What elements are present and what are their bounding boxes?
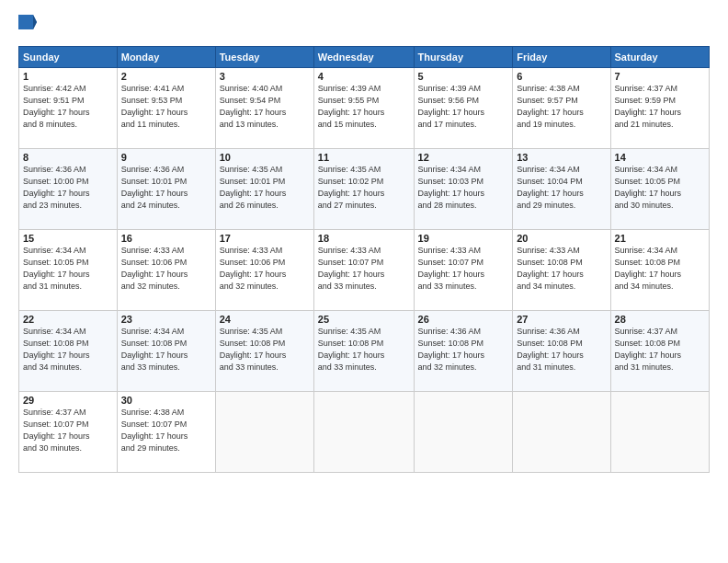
day-info: Sunrise: 4:33 AM Sunset: 10:06 PM Daylig… [121, 245, 211, 293]
calendar-cell: 25Sunrise: 4:35 AM Sunset: 10:08 PM Dayl… [313, 311, 414, 392]
day-info: Sunrise: 4:37 AM Sunset: 9:59 PM Dayligh… [615, 83, 705, 131]
day-info: Sunrise: 4:34 AM Sunset: 10:08 PM Daylig… [121, 326, 211, 373]
calendar-week: 8Sunrise: 4:36 AM Sunset: 10:00 PM Dayli… [19, 149, 710, 230]
day-info: Sunrise: 4:39 AM Sunset: 9:55 PM Dayligh… [318, 83, 410, 131]
calendar-cell: 27Sunrise: 4:36 AM Sunset: 10:08 PM Dayl… [513, 311, 610, 392]
day-info: Sunrise: 4:33 AM Sunset: 10:07 PM Daylig… [318, 245, 410, 293]
header [18, 15, 710, 37]
day-info: Sunrise: 4:34 AM Sunset: 10:08 PM Daylig… [615, 245, 705, 293]
calendar-cell: 24Sunrise: 4:35 AM Sunset: 10:08 PM Dayl… [215, 311, 313, 392]
calendar-cell: 17Sunrise: 4:33 AM Sunset: 10:06 PM Dayl… [215, 230, 313, 311]
day-number: 24 [220, 314, 310, 325]
calendar-cell: 15Sunrise: 4:34 AM Sunset: 10:05 PM Dayl… [19, 230, 118, 311]
day-info: Sunrise: 4:35 AM Sunset: 10:01 PM Daylig… [220, 164, 310, 212]
calendar-cell: 29Sunrise: 4:37 AM Sunset: 10:07 PM Dayl… [19, 392, 118, 473]
day-number: 30 [121, 395, 211, 406]
day-info: Sunrise: 4:34 AM Sunset: 10:08 PM Daylig… [23, 326, 113, 373]
header-day: Thursday [414, 47, 513, 68]
calendar-cell: 9Sunrise: 4:36 AM Sunset: 10:01 PM Dayli… [117, 149, 215, 230]
day-info: Sunrise: 4:33 AM Sunset: 10:06 PM Daylig… [220, 245, 310, 293]
calendar-cell: 13Sunrise: 4:34 AM Sunset: 10:04 PM Dayl… [513, 149, 610, 230]
day-info: Sunrise: 4:37 AM Sunset: 10:07 PM Daylig… [23, 407, 113, 454]
day-number: 4 [318, 71, 410, 82]
header-day: Monday [117, 47, 215, 68]
day-number: 7 [615, 71, 705, 82]
day-number: 13 [517, 152, 606, 163]
calendar-cell: 21Sunrise: 4:34 AM Sunset: 10:08 PM Dayl… [610, 230, 709, 311]
calendar: SundayMondayTuesdayWednesdayThursdayFrid… [18, 46, 710, 473]
day-number: 3 [220, 71, 310, 82]
day-info: Sunrise: 4:35 AM Sunset: 10:08 PM Daylig… [318, 326, 410, 373]
calendar-cell [610, 392, 709, 473]
calendar-cell [215, 392, 313, 473]
day-number: 19 [418, 233, 509, 244]
calendar-cell: 19Sunrise: 4:33 AM Sunset: 10:07 PM Dayl… [414, 230, 513, 311]
calendar-cell: 30Sunrise: 4:38 AM Sunset: 10:07 PM Dayl… [117, 392, 215, 473]
day-info: Sunrise: 4:37 AM Sunset: 10:08 PM Daylig… [615, 326, 705, 373]
day-number: 27 [517, 314, 606, 325]
day-info: Sunrise: 4:33 AM Sunset: 10:08 PM Daylig… [517, 245, 606, 293]
day-info: Sunrise: 4:35 AM Sunset: 10:02 PM Daylig… [318, 164, 410, 212]
header-day: Saturday [610, 47, 709, 68]
calendar-week: 1Sunrise: 4:42 AM Sunset: 9:51 PM Daylig… [19, 68, 710, 149]
day-number: 6 [517, 71, 606, 82]
day-info: Sunrise: 4:36 AM Sunset: 10:01 PM Daylig… [121, 164, 211, 212]
logo-icon [18, 15, 37, 37]
calendar-cell: 3Sunrise: 4:40 AM Sunset: 9:54 PM Daylig… [215, 68, 313, 149]
header-day: Friday [513, 47, 610, 68]
calendar-cell [313, 392, 414, 473]
calendar-cell: 23Sunrise: 4:34 AM Sunset: 10:08 PM Dayl… [117, 311, 215, 392]
header-day: Wednesday [313, 47, 414, 68]
header-day: Tuesday [215, 47, 313, 68]
calendar-cell: 28Sunrise: 4:37 AM Sunset: 10:08 PM Dayl… [610, 311, 709, 392]
calendar-cell: 6Sunrise: 4:38 AM Sunset: 9:57 PM Daylig… [513, 68, 610, 149]
day-number: 16 [121, 233, 211, 244]
calendar-cell: 16Sunrise: 4:33 AM Sunset: 10:06 PM Dayl… [117, 230, 215, 311]
day-info: Sunrise: 4:42 AM Sunset: 9:51 PM Dayligh… [23, 83, 113, 131]
day-info: Sunrise: 4:38 AM Sunset: 10:07 PM Daylig… [121, 407, 211, 454]
day-number: 1 [23, 71, 113, 82]
calendar-cell: 4Sunrise: 4:39 AM Sunset: 9:55 PM Daylig… [313, 68, 414, 149]
calendar-week: 22Sunrise: 4:34 AM Sunset: 10:08 PM Dayl… [19, 311, 710, 392]
day-info: Sunrise: 4:41 AM Sunset: 9:53 PM Dayligh… [121, 83, 211, 131]
logo [18, 15, 40, 37]
calendar-cell: 5Sunrise: 4:39 AM Sunset: 9:56 PM Daylig… [414, 68, 513, 149]
calendar-cell: 2Sunrise: 4:41 AM Sunset: 9:53 PM Daylig… [117, 68, 215, 149]
day-number: 20 [517, 233, 606, 244]
day-info: Sunrise: 4:36 AM Sunset: 10:08 PM Daylig… [517, 326, 606, 373]
day-number: 22 [23, 314, 113, 325]
day-info: Sunrise: 4:34 AM Sunset: 10:04 PM Daylig… [517, 164, 606, 212]
calendar-cell: 10Sunrise: 4:35 AM Sunset: 10:01 PM Dayl… [215, 149, 313, 230]
day-number: 25 [318, 314, 410, 325]
calendar-cell: 7Sunrise: 4:37 AM Sunset: 9:59 PM Daylig… [610, 68, 709, 149]
day-number: 18 [318, 233, 410, 244]
day-number: 28 [615, 314, 705, 325]
header-row: SundayMondayTuesdayWednesdayThursdayFrid… [19, 47, 710, 68]
day-number: 12 [418, 152, 509, 163]
day-info: Sunrise: 4:34 AM Sunset: 10:03 PM Daylig… [418, 164, 509, 212]
day-info: Sunrise: 4:34 AM Sunset: 10:05 PM Daylig… [23, 245, 113, 293]
day-number: 8 [23, 152, 113, 163]
calendar-cell: 12Sunrise: 4:34 AM Sunset: 10:03 PM Dayl… [414, 149, 513, 230]
day-number: 29 [23, 395, 113, 406]
calendar-cell: 8Sunrise: 4:36 AM Sunset: 10:00 PM Dayli… [19, 149, 118, 230]
day-number: 23 [121, 314, 211, 325]
calendar-cell: 11Sunrise: 4:35 AM Sunset: 10:02 PM Dayl… [313, 149, 414, 230]
day-info: Sunrise: 4:36 AM Sunset: 10:00 PM Daylig… [23, 164, 113, 212]
day-info: Sunrise: 4:40 AM Sunset: 9:54 PM Dayligh… [220, 83, 310, 131]
day-info: Sunrise: 4:36 AM Sunset: 10:08 PM Daylig… [418, 326, 509, 373]
calendar-cell: 18Sunrise: 4:33 AM Sunset: 10:07 PM Dayl… [313, 230, 414, 311]
calendar-week: 15Sunrise: 4:34 AM Sunset: 10:05 PM Dayl… [19, 230, 710, 311]
day-number: 11 [318, 152, 410, 163]
calendar-cell: 20Sunrise: 4:33 AM Sunset: 10:08 PM Dayl… [513, 230, 610, 311]
day-number: 10 [220, 152, 310, 163]
svg-marker-1 [33, 15, 37, 29]
day-number: 15 [23, 233, 113, 244]
calendar-cell: 26Sunrise: 4:36 AM Sunset: 10:08 PM Dayl… [414, 311, 513, 392]
day-number: 17 [220, 233, 310, 244]
day-number: 9 [121, 152, 211, 163]
calendar-cell: 14Sunrise: 4:34 AM Sunset: 10:05 PM Dayl… [610, 149, 709, 230]
day-info: Sunrise: 4:35 AM Sunset: 10:08 PM Daylig… [220, 326, 310, 373]
header-day: Sunday [19, 47, 118, 68]
day-info: Sunrise: 4:39 AM Sunset: 9:56 PM Dayligh… [418, 83, 509, 131]
